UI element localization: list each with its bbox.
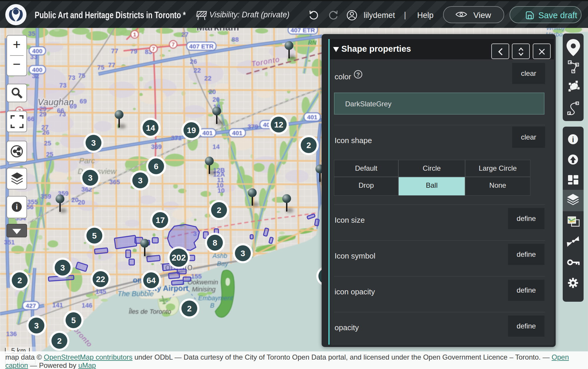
svg-text:?: ? xyxy=(356,71,360,78)
svg-text:3: 3 xyxy=(34,321,39,330)
svg-text:2: 2 xyxy=(17,276,22,285)
svg-text:2: 2 xyxy=(187,304,192,313)
svg-text:14: 14 xyxy=(146,123,155,132)
svg-text:6: 6 xyxy=(154,162,158,171)
svg-text:3: 3 xyxy=(88,173,93,182)
svg-text:2: 2 xyxy=(57,336,62,345)
svg-text:3: 3 xyxy=(138,176,143,185)
svg-text:3: 3 xyxy=(91,138,96,147)
svg-text:8: 8 xyxy=(213,238,217,247)
svg-text:12: 12 xyxy=(274,120,283,129)
svg-text:202: 202 xyxy=(172,253,186,262)
svg-text:64: 64 xyxy=(146,276,156,285)
svg-text:2: 2 xyxy=(306,141,311,150)
svg-text:5: 5 xyxy=(92,231,97,240)
svg-text:5: 5 xyxy=(71,316,76,325)
svg-text:22: 22 xyxy=(96,275,105,284)
svg-text:i: i xyxy=(16,202,18,211)
svg-text:3: 3 xyxy=(240,249,245,258)
svg-text:19: 19 xyxy=(187,126,196,135)
svg-text:17: 17 xyxy=(156,216,165,225)
svg-text:2: 2 xyxy=(217,206,221,215)
svg-text:3: 3 xyxy=(60,263,65,272)
